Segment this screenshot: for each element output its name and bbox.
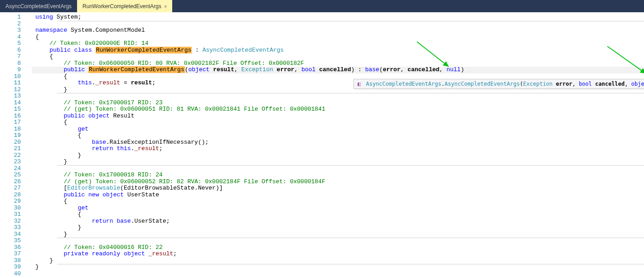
code-line: // (get) Token: 0x06000051 RID: 81 RVA: … [32,106,644,113]
code-line: return base.UserState; [32,218,644,225]
code-line: base.RaiseExceptionIfNecessary(); [32,139,644,146]
code-line [32,238,644,244]
line-number: 14 [0,100,21,107]
tab-runworker[interactable]: RunWorkerCompletedEventArgs × [77,0,172,12]
line-number: 25 [0,172,21,179]
line-number: 30 [0,205,21,212]
code-line: // Token: 0x17000017 RID: 23 [32,100,644,107]
line-number: 21 [0,146,21,152]
code-line: } [32,152,644,159]
tab-label: RunWorkerCompletedEventArgs [82,3,161,10]
line-number: 29 [0,198,21,205]
line-number: 31 [0,211,21,218]
line-number: 10 [0,73,21,80]
code-line: { [32,211,644,218]
code-line: { [32,34,644,41]
line-number: 32 [0,218,21,225]
line-number: 12 [0,87,21,93]
line-number: 11 [0,80,21,87]
line-number: 3 [0,27,21,34]
code-line: { [32,198,644,205]
line-number: 38 [0,258,21,264]
line-number-gutter: 1234567891011121314151617181920212223242… [0,12,25,278]
line-number: 4 [0,34,21,41]
code-line [32,166,644,172]
code-line: // Token: 0x0200000E RID: 14 [32,40,644,47]
line-number: 24 [0,166,21,172]
line-number: 9 [0,67,21,73]
code-line: get [32,126,644,133]
line-number: 20 [0,139,21,146]
line-number: 26 [0,179,21,185]
line-number: 39 [0,264,21,271]
line-number: 19 [0,132,21,139]
code-line: { [32,132,644,139]
line-number: 6 [0,47,21,54]
code-line: get [32,205,644,212]
code-line: // Token: 0x06000050 RID: 80 RVA: 0x0002… [32,60,644,67]
line-number: 23 [0,159,21,166]
code-line [32,93,644,100]
code-area[interactable]: ◧ AsyncCompletedEventArgs.AsyncCompleted… [32,12,644,278]
code-line: using System; [32,14,644,21]
code-line: // Token: 0x04000016 RID: 22 [32,244,644,251]
collapse-margin [25,12,32,278]
line-number: 35 [0,238,21,244]
code-line: return this._result; [32,146,644,152]
line-number: 7 [0,54,21,60]
tab-label: AsyncCompletedEventArgs [5,3,72,10]
code-line: [EditorBrowsable(EditorBrowsableState.Ne… [32,185,644,192]
line-number: 27 [0,185,21,192]
code-line: } [32,159,644,166]
code-line: namespace System.ComponentModel [32,27,644,34]
line-number: 40 [0,271,21,278]
line-number: 28 [0,192,21,199]
tab-async[interactable]: AsyncCompletedEventArgs [0,0,77,12]
code-line: { [32,119,644,126]
line-number: 16 [0,113,21,120]
code-line: } [32,264,644,271]
line-number: 36 [0,244,21,251]
line-number: 15 [0,106,21,113]
code-line: } [32,224,644,231]
signature-tooltip: ◧ AsyncCompletedEventArgs.AsyncCompleted… [353,79,644,89]
code-line [32,21,644,28]
code-line: private readonly object _result; [32,251,644,258]
line-number: 34 [0,231,21,238]
code-line: } [32,258,644,264]
line-number: 17 [0,119,21,126]
tt-type: AsyncCompletedEventArgs [366,81,441,87]
line-number: 5 [0,40,21,47]
line-number: 2 [0,21,21,28]
tab-bar: AsyncCompletedEventArgs RunWorkerComplet… [0,0,644,12]
code-line: } [32,231,644,238]
tt-type: AsyncCompletedEventArgs [445,81,520,87]
code-line-current: public RunWorkerCompletedEventArgs(objec… [32,67,644,73]
line-number: 22 [0,152,21,159]
line-number: 1 [0,14,21,21]
code-line: // (get) Token: 0x06000052 RID: 82 RVA: … [32,179,644,185]
code-line: { [32,54,644,60]
close-icon[interactable]: × [164,4,167,9]
line-number: 37 [0,251,21,258]
code-line: public object Result [32,113,644,120]
code-line: // Token: 0x17000018 RID: 24 [32,172,644,179]
method-icon: ◧ [358,81,361,87]
line-number: 18 [0,126,21,133]
code-line [32,271,644,278]
code-line: public class RunWorkerCompletedEventArgs… [32,47,644,54]
code-line: public new object UserState [32,192,644,199]
editor: 1234567891011121314151617181920212223242… [0,12,644,278]
line-number: 33 [0,224,21,231]
line-number: 13 [0,93,21,100]
line-number: 8 [0,60,21,67]
